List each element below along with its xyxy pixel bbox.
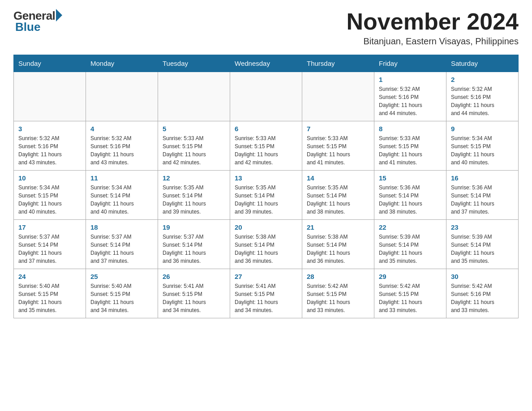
day-number: 7 [307, 125, 369, 133]
day-number: 27 [235, 273, 297, 280]
day-info: Sunrise: 5:33 AMSunset: 5:15 PMDaylight:… [235, 134, 297, 167]
header-cell-sunday: Sunday [14, 55, 86, 72]
day-number: 12 [163, 174, 225, 182]
day-number: 8 [379, 125, 442, 133]
day-info: Sunrise: 5:33 AMSunset: 5:15 PMDaylight:… [379, 134, 442, 167]
calendar-cell: 8Sunrise: 5:33 AMSunset: 5:15 PMDaylight… [374, 121, 446, 171]
calendar-cell: 29Sunrise: 5:42 AMSunset: 5:15 PMDayligh… [374, 269, 446, 318]
day-number: 3 [18, 125, 81, 133]
day-number: 29 [379, 273, 442, 280]
calendar-cell: 11Sunrise: 5:34 AMSunset: 5:14 PMDayligh… [86, 171, 158, 220]
day-info: Sunrise: 5:38 AMSunset: 5:14 PMDaylight:… [307, 233, 369, 265]
calendar-cell [230, 72, 302, 121]
day-number: 15 [379, 174, 442, 182]
calendar-cell: 23Sunrise: 5:39 AMSunset: 5:14 PMDayligh… [446, 220, 519, 269]
day-number: 9 [451, 125, 514, 133]
day-info: Sunrise: 5:32 AMSunset: 5:16 PMDaylight:… [18, 134, 81, 167]
day-info: Sunrise: 5:42 AMSunset: 5:15 PMDaylight:… [307, 282, 369, 314]
calendar-cell: 19Sunrise: 5:37 AMSunset: 5:14 PMDayligh… [158, 220, 230, 269]
calendar-cell: 15Sunrise: 5:36 AMSunset: 5:14 PMDayligh… [374, 171, 446, 220]
day-number: 17 [18, 223, 81, 231]
title-area: November 2024 Bitanjuan, Eastern Visayas… [347, 9, 519, 47]
calendar-table: SundayMondayTuesdayWednesdayThursdayFrid… [13, 55, 519, 318]
day-info: Sunrise: 5:38 AMSunset: 5:14 PMDaylight:… [235, 233, 297, 265]
calendar-cell: 13Sunrise: 5:35 AMSunset: 5:14 PMDayligh… [230, 171, 302, 220]
day-info: Sunrise: 5:42 AMSunset: 5:16 PMDaylight:… [451, 282, 514, 314]
calendar-cell: 18Sunrise: 5:37 AMSunset: 5:14 PMDayligh… [86, 220, 158, 269]
day-info: Sunrise: 5:35 AMSunset: 5:14 PMDaylight:… [235, 184, 297, 216]
calendar-cell: 10Sunrise: 5:34 AMSunset: 5:15 PMDayligh… [14, 171, 86, 220]
calendar-header-row: SundayMondayTuesdayWednesdayThursdayFrid… [14, 55, 519, 72]
day-number: 5 [163, 125, 225, 133]
day-number: 26 [163, 273, 225, 280]
day-info: Sunrise: 5:32 AMSunset: 5:16 PMDaylight:… [379, 85, 442, 117]
day-info: Sunrise: 5:37 AMSunset: 5:14 PMDaylight:… [18, 233, 81, 265]
day-info: Sunrise: 5:33 AMSunset: 5:15 PMDaylight:… [307, 134, 369, 167]
calendar-cell: 14Sunrise: 5:35 AMSunset: 5:14 PMDayligh… [302, 171, 374, 220]
day-number: 22 [379, 223, 442, 231]
calendar-cell: 12Sunrise: 5:35 AMSunset: 5:14 PMDayligh… [158, 171, 230, 220]
day-number: 1 [379, 76, 442, 83]
day-number: 14 [307, 174, 369, 182]
day-number: 28 [307, 273, 369, 280]
day-number: 10 [18, 174, 81, 182]
calendar-cell: 27Sunrise: 5:41 AMSunset: 5:15 PMDayligh… [230, 269, 302, 318]
day-info: Sunrise: 5:37 AMSunset: 5:14 PMDaylight:… [90, 233, 153, 265]
day-number: 25 [90, 273, 153, 280]
page-header: General Blue November 2024 Bitanjuan, Ea… [13, 9, 519, 47]
calendar-cell [86, 72, 158, 121]
calendar-week-row: 24Sunrise: 5:40 AMSunset: 5:15 PMDayligh… [14, 269, 519, 318]
calendar-cell: 30Sunrise: 5:42 AMSunset: 5:16 PMDayligh… [446, 269, 519, 318]
calendar-cell: 20Sunrise: 5:38 AMSunset: 5:14 PMDayligh… [230, 220, 302, 269]
day-info: Sunrise: 5:35 AMSunset: 5:14 PMDaylight:… [163, 184, 225, 216]
calendar-week-row: 10Sunrise: 5:34 AMSunset: 5:15 PMDayligh… [14, 171, 519, 220]
calendar-cell: 2Sunrise: 5:32 AMSunset: 5:16 PMDaylight… [446, 72, 519, 121]
day-number: 24 [18, 273, 81, 280]
header-cell-thursday: Thursday [302, 55, 374, 72]
day-info: Sunrise: 5:34 AMSunset: 5:14 PMDaylight:… [90, 184, 153, 216]
header-cell-monday: Monday [86, 55, 158, 72]
calendar-cell: 4Sunrise: 5:32 AMSunset: 5:16 PMDaylight… [86, 121, 158, 171]
calendar-cell: 3Sunrise: 5:32 AMSunset: 5:16 PMDaylight… [14, 121, 86, 171]
day-info: Sunrise: 5:35 AMSunset: 5:14 PMDaylight:… [307, 184, 369, 216]
calendar-cell: 9Sunrise: 5:34 AMSunset: 5:15 PMDaylight… [446, 121, 519, 171]
calendar-cell: 28Sunrise: 5:42 AMSunset: 5:15 PMDayligh… [302, 269, 374, 318]
day-number: 20 [235, 223, 297, 231]
day-number: 13 [235, 174, 297, 182]
calendar-week-row: 17Sunrise: 5:37 AMSunset: 5:14 PMDayligh… [14, 220, 519, 269]
day-number: 30 [451, 273, 514, 280]
day-info: Sunrise: 5:40 AMSunset: 5:15 PMDaylight:… [90, 282, 153, 314]
calendar-cell: 21Sunrise: 5:38 AMSunset: 5:14 PMDayligh… [302, 220, 374, 269]
calendar-cell [158, 72, 230, 121]
day-number: 19 [163, 223, 225, 231]
header-cell-friday: Friday [374, 55, 446, 72]
day-number: 18 [90, 223, 153, 231]
calendar-cell: 24Sunrise: 5:40 AMSunset: 5:15 PMDayligh… [14, 269, 86, 318]
day-info: Sunrise: 5:41 AMSunset: 5:15 PMDaylight:… [235, 282, 297, 314]
header-cell-tuesday: Tuesday [158, 55, 230, 72]
month-title: November 2024 [347, 9, 519, 34]
day-info: Sunrise: 5:34 AMSunset: 5:15 PMDaylight:… [451, 134, 514, 167]
day-info: Sunrise: 5:36 AMSunset: 5:14 PMDaylight:… [451, 184, 514, 216]
calendar-cell: 7Sunrise: 5:33 AMSunset: 5:15 PMDaylight… [302, 121, 374, 171]
day-number: 2 [451, 76, 514, 83]
calendar-cell: 16Sunrise: 5:36 AMSunset: 5:14 PMDayligh… [446, 171, 519, 220]
day-number: 23 [451, 223, 514, 231]
logo: General Blue [13, 9, 62, 34]
day-number: 6 [235, 125, 297, 133]
day-number: 16 [451, 174, 514, 182]
calendar-cell [302, 72, 374, 121]
day-info: Sunrise: 5:32 AMSunset: 5:16 PMDaylight:… [451, 85, 514, 117]
calendar-cell: 25Sunrise: 5:40 AMSunset: 5:15 PMDayligh… [86, 269, 158, 318]
header-cell-saturday: Saturday [446, 55, 519, 72]
day-info: Sunrise: 5:42 AMSunset: 5:15 PMDaylight:… [379, 282, 442, 314]
location-title: Bitanjuan, Eastern Visayas, Philippines [347, 36, 519, 47]
day-info: Sunrise: 5:34 AMSunset: 5:15 PMDaylight:… [18, 184, 81, 216]
day-number: 11 [90, 174, 153, 182]
calendar-week-row: 3Sunrise: 5:32 AMSunset: 5:16 PMDaylight… [14, 121, 519, 171]
day-info: Sunrise: 5:36 AMSunset: 5:14 PMDaylight:… [379, 184, 442, 216]
day-info: Sunrise: 5:33 AMSunset: 5:15 PMDaylight:… [163, 134, 225, 167]
day-info: Sunrise: 5:39 AMSunset: 5:14 PMDaylight:… [451, 233, 514, 265]
day-info: Sunrise: 5:32 AMSunset: 5:16 PMDaylight:… [90, 134, 153, 167]
calendar-cell: 5Sunrise: 5:33 AMSunset: 5:15 PMDaylight… [158, 121, 230, 171]
